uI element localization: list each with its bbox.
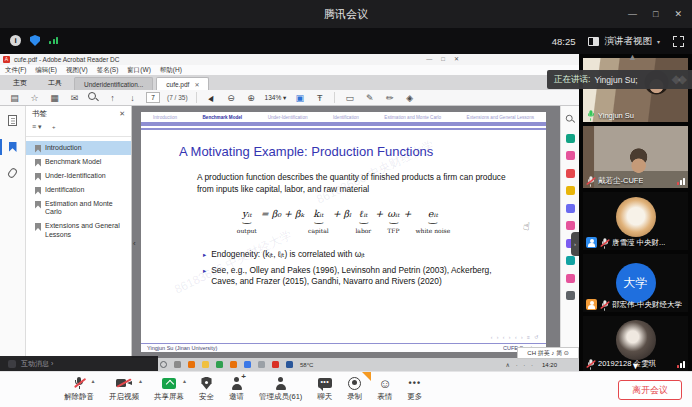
mail-icon[interactable] bbox=[174, 361, 181, 368]
document-tab[interactable]: cufe.pdf✕ bbox=[156, 77, 209, 90]
bookmarks-icon[interactable] bbox=[0, 140, 25, 154]
system-tray-icons[interactable]: ∧ · · · bbox=[506, 361, 535, 368]
star-icon[interactable]: ☆ bbox=[28, 91, 41, 105]
find-icon[interactable] bbox=[88, 92, 99, 103]
bookmark-item[interactable]: Estimation and Monte Carlo bbox=[26, 197, 131, 220]
caret-up-icon[interactable]: ▴ bbox=[183, 377, 186, 384]
button-label: 聊天 bbox=[317, 392, 332, 402]
page-input[interactable]: 7 bbox=[146, 92, 160, 103]
export-pdf-icon[interactable] bbox=[566, 134, 575, 143]
highlight-icon[interactable]: ✏ bbox=[383, 91, 396, 105]
participant-tile[interactable]: 唐雪滢 中央财... bbox=[583, 192, 688, 250]
members-button[interactable]: 管理成员(61) bbox=[259, 376, 302, 402]
browser-icon[interactable] bbox=[230, 361, 237, 368]
page-down-icon[interactable]: ↓ bbox=[126, 91, 139, 105]
collapse-up-icon[interactable]: ▲ bbox=[628, 53, 637, 62]
stamp-icon[interactable]: ◈ bbox=[403, 91, 416, 105]
participant-tile[interactable]: 20192128 金雯琪▼ bbox=[583, 316, 688, 371]
start-video-button[interactable]: ▴开启视频 bbox=[109, 376, 139, 402]
meeting-info-icon[interactable]: i bbox=[10, 35, 21, 46]
security-button[interactable]: 安全 bbox=[199, 376, 214, 402]
panel-collapse-icon[interactable]: ‹ bbox=[133, 240, 136, 248]
edge-icon[interactable] bbox=[244, 361, 251, 368]
bookmark-item[interactable]: Under-Identification bbox=[26, 169, 131, 183]
settings-icon[interactable] bbox=[258, 361, 265, 368]
folder-icon[interactable] bbox=[202, 361, 209, 368]
print-icon[interactable]: ▦ bbox=[48, 91, 61, 105]
chat-button[interactable]: •••聊天 bbox=[317, 376, 332, 402]
chat-preview-bar[interactable]: 互动消息 › bbox=[0, 356, 158, 371]
combine-files-icon[interactable] bbox=[566, 204, 575, 213]
reading-mode-icon[interactable]: Ŧ bbox=[313, 91, 326, 105]
emoji-button[interactable]: ☺表情 bbox=[377, 376, 392, 402]
security-shield-icon[interactable] bbox=[30, 35, 40, 46]
search-tool-icon[interactable] bbox=[565, 115, 574, 124]
bookmark-item[interactable]: Benchmark Model bbox=[26, 155, 131, 169]
comment-tool-icon[interactable] bbox=[566, 186, 575, 195]
bookmark-item[interactable]: Identification bbox=[26, 183, 131, 197]
chrome-icon[interactable] bbox=[188, 361, 195, 368]
share-screen-button[interactable]: ▴共享屏幕 bbox=[154, 376, 184, 402]
bookmarks-close-icon[interactable]: ✕ bbox=[119, 110, 125, 118]
pencil-icon[interactable]: ✎ bbox=[363, 91, 376, 105]
save-icon[interactable]: ▤ bbox=[8, 91, 21, 105]
minimize-icon[interactable]: — bbox=[628, 9, 637, 19]
unmute-button[interactable]: ▴解除静音 bbox=[64, 376, 94, 402]
close-tab-icon[interactable]: ✕ bbox=[194, 81, 199, 88]
caret-up-icon[interactable]: ▴ bbox=[139, 377, 142, 384]
acrobat-minimize-icon[interactable]: — bbox=[426, 54, 432, 65]
zoom-out-icon[interactable]: ⊖ bbox=[225, 91, 238, 105]
acrobat-close-icon[interactable]: ✕ bbox=[454, 54, 459, 65]
slide-section: Estimation and Monte Carlo bbox=[384, 115, 441, 120]
caret-up-icon[interactable]: ▴ bbox=[91, 377, 94, 384]
bookmark-item[interactable]: Introduction bbox=[26, 141, 131, 155]
view-mode-button[interactable]: 演讲者视图 ▾ bbox=[588, 35, 660, 48]
menu-item[interactable]: 编辑(E) bbox=[35, 66, 57, 75]
maximize-icon[interactable]: □ bbox=[653, 9, 658, 19]
menu-item[interactable]: 视图(V) bbox=[66, 66, 88, 75]
edit-pdf-icon[interactable] bbox=[566, 151, 575, 160]
menu-item[interactable]: 文件(F) bbox=[5, 66, 26, 75]
organize-pages-icon[interactable] bbox=[566, 221, 575, 230]
page-up-icon[interactable]: ↑ bbox=[106, 91, 119, 105]
search-icon[interactable] bbox=[160, 361, 167, 368]
close-icon[interactable]: ✕ bbox=[674, 9, 682, 19]
attachments-icon[interactable] bbox=[0, 166, 25, 180]
page-view-icon[interactable]: ▣ bbox=[293, 91, 306, 105]
bookmark-item[interactable]: Extensions and General Lessons bbox=[26, 220, 131, 243]
select-tool-icon[interactable]: ▶ bbox=[204, 90, 219, 105]
more-button[interactable]: •••更多 bbox=[407, 376, 422, 402]
create-pdf-icon[interactable] bbox=[566, 169, 575, 178]
page-thumbnails-icon[interactable] bbox=[0, 113, 25, 128]
menu-item[interactable]: 签名(S) bbox=[97, 66, 119, 75]
word-icon[interactable] bbox=[286, 361, 293, 368]
ime-bar[interactable]: CH 拼英 ♪ 简 ⊙ bbox=[517, 347, 579, 359]
participant-tile[interactable]: 戴若尘-CUFE bbox=[583, 126, 688, 188]
fill-sign-icon[interactable] bbox=[566, 274, 575, 283]
adobe-icon[interactable] bbox=[272, 361, 279, 368]
compress-pdf-icon[interactable] bbox=[566, 256, 575, 265]
bookmarks-options-icon[interactable]: ≡ ▾ bbox=[32, 123, 42, 131]
home-tab[interactable]: 主页 bbox=[4, 76, 36, 90]
document-tab[interactable]: Underidentification... bbox=[74, 77, 153, 90]
acrobat-maximize-icon[interactable]: □ bbox=[441, 54, 445, 65]
scroll-down-icon[interactable]: ▼ bbox=[631, 362, 640, 371]
new-badge bbox=[362, 372, 371, 381]
fullscreen-icon[interactable] bbox=[673, 36, 684, 47]
email-icon[interactable]: ✉ bbox=[68, 91, 81, 105]
menu-item[interactable]: 窗口(W) bbox=[127, 66, 150, 75]
comment-icon[interactable]: ▭ bbox=[343, 91, 356, 105]
participant-tile[interactable]: Yingjun Su bbox=[583, 58, 688, 122]
leave-meeting-button[interactable]: 离开会议 bbox=[618, 380, 682, 400]
tools-tab[interactable]: 工具 bbox=[39, 76, 71, 90]
panel-handle[interactable]: › bbox=[571, 232, 579, 256]
participant-tile[interactable]: 大学邵宏伟-中央财经大学 bbox=[583, 254, 688, 312]
zoom-in-icon[interactable]: ⊕ bbox=[245, 91, 258, 105]
excel-icon[interactable] bbox=[216, 361, 223, 368]
invite-button[interactable]: +邀请 bbox=[229, 376, 244, 402]
record-button[interactable]: 录制 bbox=[347, 376, 362, 402]
zoom-level-select[interactable]: 134% ▾ bbox=[265, 94, 287, 102]
more-tools-icon[interactable] bbox=[566, 291, 575, 300]
menu-item[interactable]: 帮助(H) bbox=[160, 66, 182, 75]
plus-icon: + bbox=[241, 373, 246, 381]
